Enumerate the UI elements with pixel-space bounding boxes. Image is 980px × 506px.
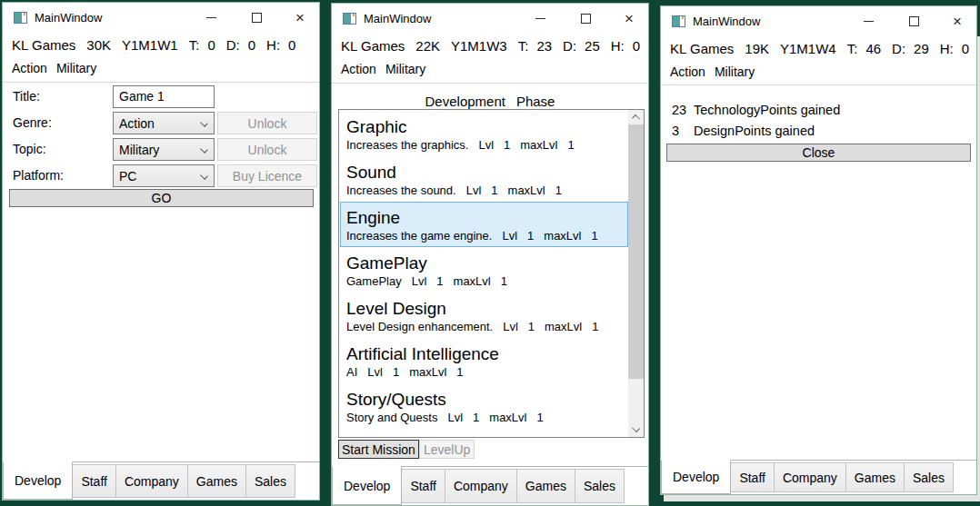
- tab-sales[interactable]: Sales: [245, 464, 295, 498]
- development-items: Graphic Increases the graphics.Lvl1maxLv…: [340, 111, 628, 437]
- item-desc: Story and Quests: [346, 411, 437, 424]
- maximize-icon[interactable]: [246, 6, 266, 28]
- scroll-up-icon[interactable]: [628, 110, 644, 124]
- date-value: Y1M1W1: [122, 37, 178, 53]
- minimize-icon[interactable]: [530, 7, 550, 29]
- tab-games[interactable]: Games: [516, 469, 575, 503]
- tab-develop[interactable]: Develop: [661, 460, 731, 494]
- tab-staff[interactable]: Staff: [730, 462, 775, 492]
- list-item-level-design[interactable]: Level Design Level Design enhancement.Lv…: [340, 293, 628, 338]
- close-results-button[interactable]: Close: [666, 144, 971, 162]
- titlebar[interactable]: MainWindow: [332, 4, 648, 35]
- main-window-results: MainWindow KL Games19KY1M1W4T:46D:29H:0 …: [660, 5, 977, 495]
- lvl-value: 1: [473, 411, 479, 424]
- scrollbar[interactable]: [628, 110, 644, 437]
- maxlvl-value: 1: [567, 138, 574, 152]
- minimize-icon[interactable]: [201, 6, 221, 28]
- list-item-gameplay[interactable]: GamePlay GamePlayLvl1maxLvl1: [340, 247, 628, 293]
- tab-develop[interactable]: Develop: [332, 466, 402, 505]
- tech-points-text: TechnologyPoints gained: [694, 103, 840, 117]
- levelup-button[interactable]: LevelUp: [419, 440, 475, 459]
- titlebar[interactable]: MainWindow: [3, 3, 319, 34]
- go-button[interactable]: GO: [9, 189, 314, 207]
- close-icon[interactable]: [290, 6, 310, 28]
- titlebar[interactable]: MainWindow: [661, 6, 976, 37]
- status-bar: KL Games19KY1M1W4T:46D:29H:0: [670, 41, 973, 61]
- lvl-value: 1: [491, 184, 497, 197]
- start-mission-button[interactable]: Start Mission: [338, 440, 419, 459]
- menu-item-military[interactable]: Military: [715, 64, 755, 79]
- result-line-design: 3DesignPoints gained: [672, 124, 967, 138]
- tab-bar: Develop Staff Company Games Sales: [3, 461, 319, 500]
- chevron-down-icon: [201, 120, 207, 126]
- hype-value: 0: [633, 38, 640, 54]
- topic-label: Topic:: [13, 142, 46, 156]
- unlock-genre-button[interactable]: Unlock: [217, 112, 317, 134]
- tab-staff[interactable]: Staff: [401, 469, 445, 503]
- menu-divider: [332, 83, 648, 84]
- lvl-label: Lvl: [503, 320, 518, 333]
- maxlvl-label: maxLvl: [508, 184, 545, 197]
- menu-divider: [661, 84, 976, 85]
- maxlvl-value: 1: [537, 411, 544, 424]
- tab-company[interactable]: Company: [774, 462, 846, 492]
- topic-select[interactable]: Military: [113, 138, 215, 161]
- game-title-input[interactable]: Game 1: [113, 85, 215, 108]
- maximize-icon[interactable]: [575, 7, 595, 29]
- close-icon[interactable]: [947, 10, 967, 32]
- genre-select[interactable]: Action: [113, 112, 215, 134]
- design-value: 0: [248, 37, 255, 53]
- tab-company[interactable]: Company: [445, 469, 517, 503]
- maxlvl-value: 1: [555, 184, 562, 197]
- item-desc: AI: [346, 365, 357, 379]
- buy-licence-button[interactable]: Buy Licence: [217, 164, 317, 187]
- chevron-down-icon: [201, 146, 207, 153]
- tab-bar: Develop Staff Company Games Sales: [332, 466, 648, 505]
- lvl-label: Lvl: [367, 365, 383, 379]
- menu-item-action[interactable]: Action: [341, 62, 376, 76]
- tab-develop[interactable]: Develop: [3, 461, 73, 500]
- tab-games[interactable]: Games: [845, 462, 905, 492]
- list-item-sound[interactable]: Sound Increases the sound.Lvl1maxLvl1: [340, 156, 628, 202]
- main-window-develop: MainWindow KL Games30KY1M1W1T:0D:0H:0 Ac…: [2, 2, 320, 501]
- list-item-graphic[interactable]: Graphic Increases the graphics.Lvl1maxLv…: [340, 111, 628, 156]
- close-icon[interactable]: [619, 7, 639, 29]
- platform-select[interactable]: PC: [113, 164, 215, 187]
- minimize-icon[interactable]: [858, 10, 878, 32]
- lvl-value: 1: [436, 274, 443, 288]
- design-points-text: DesignPoints gained: [694, 124, 815, 138]
- money-value: 19K: [745, 41, 769, 56]
- company-name: KL Games: [341, 38, 405, 54]
- item-desc: Level Design enhancement.: [346, 320, 493, 333]
- unlock-topic-button[interactable]: Unlock: [217, 138, 317, 161]
- tab-games[interactable]: Games: [187, 464, 246, 498]
- tab-sales[interactable]: Sales: [575, 469, 625, 503]
- scroll-down-icon[interactable]: [628, 422, 644, 437]
- design-value: 29: [914, 41, 929, 56]
- lvl-label: Lvl: [502, 229, 517, 243]
- maxlvl-label: maxLvl: [544, 229, 581, 243]
- list-item-artificial-intelligence[interactable]: Artificial Intelligence AILvl1maxLvl1: [340, 338, 628, 383]
- topic-selected-value: Military: [119, 143, 159, 157]
- menu-item-action[interactable]: Action: [670, 64, 705, 79]
- menu-item-military[interactable]: Military: [56, 61, 96, 75]
- maxlvl-value: 1: [456, 365, 463, 379]
- scrollbar-thumb[interactable]: [628, 124, 644, 379]
- menu-item-military[interactable]: Military: [385, 62, 425, 76]
- menu-item-action[interactable]: Action: [12, 61, 47, 75]
- hype-value: 0: [288, 37, 295, 53]
- list-item-engine-selected[interactable]: Engine Increases the game engine.Lvl1max…: [340, 202, 628, 247]
- maxlvl-label: maxLvl: [489, 411, 526, 424]
- company-name: KL Games: [12, 37, 75, 53]
- window-title: MainWindow: [693, 15, 760, 28]
- tab-sales[interactable]: Sales: [904, 462, 954, 492]
- maxlvl-label: maxLvl: [409, 365, 446, 379]
- lvl-value: 1: [504, 138, 510, 152]
- maximize-icon[interactable]: [904, 10, 924, 32]
- list-item-story-quests[interactable]: Story/Quests Story and QuestsLvl1maxLvl1: [340, 383, 628, 429]
- tech-value: 23: [536, 38, 552, 54]
- tab-company[interactable]: Company: [115, 464, 188, 498]
- tab-staff[interactable]: Staff: [72, 464, 116, 498]
- menu-bar: ActionMilitary: [341, 62, 645, 82]
- list-item-dialogs[interactable]: Dialogs: [340, 429, 628, 437]
